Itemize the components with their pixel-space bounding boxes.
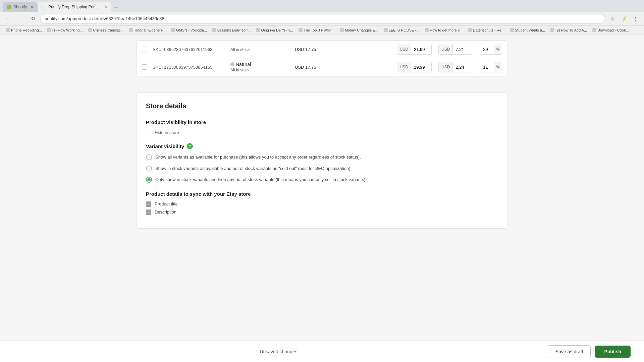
bm-icon-2 [88, 28, 92, 32]
browser-titlebar: Shopify ✕ Printify Drop Shipping Print o… [0, 0, 644, 12]
variant-title-row: Variant visibility ? [146, 143, 498, 149]
product-sync-section: Product details to sync with your Etsy s… [146, 191, 498, 215]
bm-label-1: (1) How Working... [52, 28, 83, 32]
sync-description-checkbox[interactable]: ✓ [146, 209, 151, 215]
bm-icon-10 [425, 28, 429, 32]
settings-icon[interactable]: ⋮ [631, 14, 640, 23]
row1-compare-price-input[interactable] [453, 44, 473, 54]
bookmark-lee[interactable]: LEE 'S HOUSE -... [382, 27, 421, 33]
tab-shopify-label: Shopify [13, 5, 27, 9]
reload-button[interactable]: ↻ [28, 14, 38, 23]
new-tab-button[interactable]: + [111, 3, 121, 12]
bookmark-how-to-add[interactable]: (2) How To Add A... [548, 27, 589, 33]
bookmark-download[interactable]: Download - Cook... [590, 27, 631, 33]
bm-icon-9 [384, 28, 388, 32]
bookmark-top3[interactable]: The Top 3 Platfor... [297, 27, 336, 33]
sync-product-title-checkbox[interactable]: ✓ [146, 201, 151, 207]
row1-retail-price-input[interactable] [411, 44, 431, 54]
back-button[interactable]: ← [4, 14, 13, 23]
bm-label-9: LEE 'S HOUSE -... [389, 28, 419, 32]
row2-compare-price-input[interactable] [453, 62, 473, 72]
row1-retail-price-group: USD [397, 44, 432, 55]
sync-description-label: Description [155, 209, 176, 215]
bookmark-how-working[interactable]: (1) How Working... [45, 27, 85, 33]
tab-strip: Shopify ✕ Printify Drop Shipping Print o… [3, 0, 121, 12]
variant-help-icon[interactable]: ? [187, 143, 193, 149]
save-as-draft-button[interactable]: Save as draft [548, 345, 591, 358]
radio-only-in-stock[interactable] [146, 177, 152, 183]
row1-sku: SKU: 63962367637622611963 [153, 47, 226, 52]
bookmark-how-more[interactable]: How to get more v... [423, 27, 465, 33]
hide-in-store-label: Hide in store [155, 130, 179, 135]
sync-product-title-row: ✓ Product title [146, 201, 498, 207]
bookmark-tutorial[interactable]: Tutorial: Eigene F... [127, 27, 168, 33]
variant-visibility-section: Variant visibility ? Show all variants a… [146, 143, 498, 183]
row2-retail-price-input[interactable] [411, 62, 431, 72]
product-visibility-section: Product visibility in store Hide in stor… [146, 119, 498, 135]
extension-icon[interactable]: ⚡ [619, 14, 629, 23]
forward-button[interactable]: → [16, 14, 25, 23]
browser-window: Shopify ✕ Printify Drop Shipping Print o… [0, 0, 644, 362]
row2-color-name: Natural [236, 62, 251, 67]
bm-label-4: GMSN - Vologda... [176, 28, 207, 32]
row1-retail-currency: USD [397, 44, 411, 54]
variant-option-only-in-stock[interactable]: Only show in stock variants and hide any… [146, 176, 498, 183]
bm-label-12: Student Wants a... [515, 28, 545, 32]
bookmark-chinese[interactable]: Chinese translati... [86, 27, 126, 33]
bm-label-13: (2) How To Add A... [555, 28, 587, 32]
row1-percent-symbol: % [494, 44, 502, 54]
bookmarks-bar: Phone Recycling... (1) How Working... Ch… [0, 25, 644, 35]
radio-only-in-stock-label: Only show in stock variants and hide any… [155, 176, 367, 183]
variant-option-show-all[interactable]: Show all variants as available for purch… [146, 154, 498, 161]
bm-icon-14 [592, 28, 596, 32]
bm-label-7: The Top 3 Platfor... [304, 28, 334, 32]
row1-profit-input[interactable] [480, 44, 494, 54]
printify-favicon [42, 5, 46, 9]
bookmark-qing[interactable]: Qing Fei De Yi - Y... [254, 27, 295, 33]
tab-printify-close[interactable]: ✕ [104, 5, 107, 9]
toolbar-icons: ☆ ⚡ ⋮ [608, 14, 640, 23]
sync-description-checkmark: ✓ [147, 210, 150, 214]
row2-stock: All in stock [230, 68, 291, 72]
row2-compare-price-group: USD [438, 62, 473, 72]
bookmark-icon[interactable]: ☆ [608, 14, 617, 23]
bookmark-phone-recycling[interactable]: Phone Recycling... [4, 27, 44, 33]
row2-sku-text: SKU: 17130883975753864155 [153, 65, 213, 70]
row1-color: All in stock [230, 47, 291, 52]
sync-product-title-label: Product title [155, 201, 178, 206]
bm-label-2: Chinese translati... [93, 28, 124, 32]
radio-show-all[interactable] [146, 154, 152, 160]
tab-printify-label: Printify Drop Shipping Print o... [48, 5, 101, 9]
row1-checkbox[interactable] [142, 47, 147, 52]
hide-in-store-checkbox[interactable] [146, 130, 151, 135]
bookmark-student[interactable]: Student Wants a... [508, 27, 547, 33]
sync-description-row: ✓ Description [146, 209, 498, 215]
row2-checkbox[interactable] [142, 64, 147, 70]
row2-percent-symbol: % [494, 62, 502, 72]
bookmark-lessons[interactable]: Lessons Learned f... [210, 27, 253, 33]
row1-sku-text: SKU: 63962367637622611963 [153, 47, 213, 52]
address-bar[interactable]: printify.com/app/product-details/632975e… [40, 14, 605, 23]
tab-shopify[interactable]: Shopify ✕ [3, 2, 38, 12]
variant-option-show-in-stock[interactable]: Show in stock variants as available and … [146, 165, 498, 172]
row2-color: Natural All in stock [230, 62, 291, 72]
row2-profit-input[interactable] [480, 62, 494, 72]
radio-show-all-label: Show all variants as available for purch… [155, 154, 361, 161]
bookmark-gmsn[interactable]: GMSN - Vologda... [169, 27, 209, 33]
bookmark-money[interactable]: Money Changes E... [338, 27, 380, 33]
row1-profit-group: % [480, 44, 502, 55]
row1-stock: All in stock [230, 47, 291, 52]
bm-icon-8 [340, 28, 344, 32]
bookmark-datenschutz[interactable]: Datenschutz - Re... [466, 27, 506, 33]
radio-only-in-stock-fill [147, 178, 151, 181]
tab-printify[interactable]: Printify Drop Shipping Print o... ✕ [38, 2, 111, 12]
bm-icon-6 [256, 28, 260, 32]
hide-in-store-row: Hide in store [146, 130, 498, 135]
tab-shopify-close[interactable]: ✕ [30, 5, 34, 9]
page-content: SKU: 63962367637622611963 All in stock U… [0, 35, 644, 362]
radio-show-in-stock-label: Show in stock variants as available and … [155, 165, 352, 172]
row2-compare-currency: USD [439, 62, 453, 72]
publish-button[interactable]: Publish [595, 346, 631, 358]
bm-icon-11 [468, 28, 472, 32]
radio-show-in-stock[interactable] [146, 166, 152, 172]
